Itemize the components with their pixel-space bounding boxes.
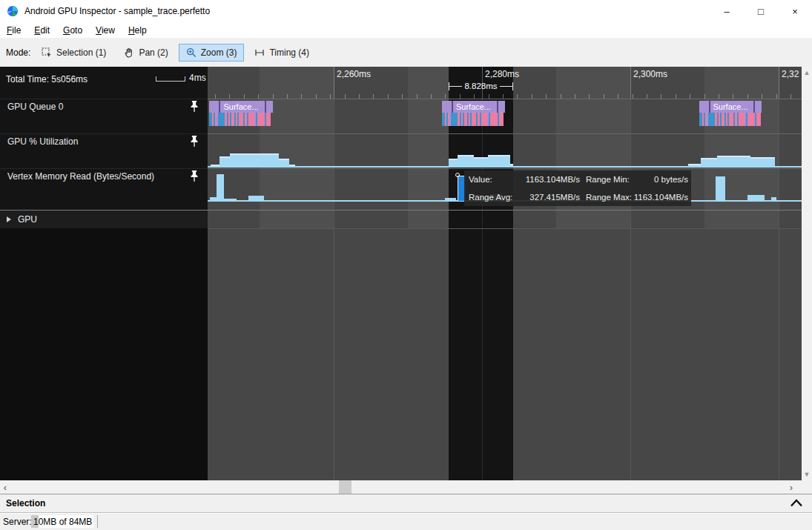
mode-button-label: Zoom (3) xyxy=(201,47,237,58)
selection-panel-title: Selection xyxy=(6,498,45,509)
queue-slice xyxy=(708,113,715,126)
gpu-queue-slice-group[interactable]: Surface... xyxy=(699,101,762,126)
row-separator xyxy=(208,99,802,99)
tooltip-row: Value:1163.104MB/sRange Min:0 bytes/s xyxy=(464,170,691,188)
queue-slice xyxy=(747,113,755,126)
scroll-left-icon[interactable]: ‹ xyxy=(0,480,10,494)
timeline: Total Time: 5s056ms 4ms GPU Queue 0 GPU … xyxy=(0,67,802,480)
mode-button-group: Selection (1)Pan (2)Zoom (3)Timing (4) xyxy=(34,43,320,62)
queue-slice xyxy=(451,113,458,126)
menu-edit[interactable]: Edit xyxy=(27,24,56,37)
queue-slice xyxy=(218,113,225,126)
track-label-vertex-memory[interactable]: Vertex Memory Read (Bytes/Second) xyxy=(7,171,178,182)
mode-button-pan[interactable]: Pan (2) xyxy=(116,44,175,62)
menu-goto[interactable]: Goto xyxy=(56,24,89,37)
row-separator xyxy=(208,168,802,169)
ruler-time-label: 2,280ms xyxy=(485,69,519,79)
mode-button-zoom[interactable]: Zoom (3) xyxy=(179,44,245,62)
row-separator xyxy=(208,210,802,211)
vertical-scrollbar[interactable] xyxy=(802,67,812,480)
scroll-up-icon[interactable]: ▲ xyxy=(802,68,812,77)
timing-mode-icon xyxy=(254,47,265,58)
ruler-time-label: 2,300ms xyxy=(633,69,667,79)
tooltip-label: Range Max: xyxy=(586,193,632,202)
queue-slice xyxy=(739,113,745,126)
mode-label: Mode: xyxy=(6,47,30,58)
memory-usage-text: 10MB of 84MB xyxy=(33,517,92,527)
queue-slice xyxy=(499,113,504,126)
slice-divider xyxy=(753,101,755,113)
close-button[interactable]: × xyxy=(778,0,812,22)
vertex-read-bar xyxy=(248,196,264,201)
tooltip-value: 0 bytes/s xyxy=(654,175,688,184)
vertex-read-bar xyxy=(210,197,217,201)
row-separator xyxy=(208,133,802,134)
track-label-panel: Total Time: 5s056ms 4ms GPU Queue 0 GPU … xyxy=(0,67,208,480)
tooltip-pair: Range Min:0 bytes/s xyxy=(586,175,688,184)
tooltip-value: 327.415MB/s xyxy=(529,193,580,202)
tooltip-pair: Range Max:1163.104MB/s xyxy=(586,193,688,202)
menu-file[interactable]: File xyxy=(0,24,27,37)
group-row-gpu[interactable]: GPU xyxy=(0,211,208,228)
ruler-gridline xyxy=(334,67,334,99)
hover-marker-icon xyxy=(455,173,460,177)
zoom-mode-icon xyxy=(186,47,197,58)
window-title: Android GPU Inspector - sample_trace.per… xyxy=(24,6,210,16)
track-canvas[interactable]: 2,260ms2,280ms2,300ms2,328.828msSurface.… xyxy=(208,67,802,480)
scrollbar-thumb[interactable] xyxy=(339,480,351,494)
pin-icon[interactable] xyxy=(189,135,199,148)
ruler-gridline xyxy=(334,67,334,480)
status-separator xyxy=(97,515,98,528)
chevron-up-icon[interactable] xyxy=(790,499,803,507)
ruler-gridline xyxy=(779,67,779,480)
slice-divider xyxy=(497,101,498,113)
vertex-read-bar xyxy=(224,199,237,201)
track-label-gpu-queue[interactable]: GPU Queue 0 xyxy=(7,102,178,112)
group-label: GPU xyxy=(18,214,37,225)
tooltip-pair: Value:1163.104MB/s xyxy=(469,175,580,184)
menu-view[interactable]: View xyxy=(89,24,122,37)
ruler-time-label: 2,260ms xyxy=(337,69,371,79)
ruler-gridline xyxy=(630,67,631,99)
queue-slice xyxy=(248,113,254,126)
track-label-gpu-utilization[interactable]: GPU % Utilization xyxy=(7,136,178,147)
minimize-button[interactable]: – xyxy=(710,0,744,22)
expand-arrow-icon[interactable] xyxy=(7,216,11,222)
scrollbar-corner xyxy=(802,480,812,494)
maximize-button[interactable]: □ xyxy=(744,0,778,22)
mode-button-label: Pan (2) xyxy=(139,47,168,58)
slice-divider xyxy=(219,101,220,113)
mode-button-timing[interactable]: Timing (4) xyxy=(247,44,317,62)
scroll-right-icon[interactable]: › xyxy=(786,480,796,494)
slice-divider xyxy=(265,101,266,113)
tooltip-label: Value: xyxy=(469,175,492,184)
timeline-band xyxy=(704,67,779,228)
title-bar: Android GPU Inspector - sample_trace.per… xyxy=(0,0,812,22)
tooltip-value: 1163.104MB/s xyxy=(526,175,580,184)
ruler-time-label: 2,32 xyxy=(782,69,799,79)
tooltip-label: Range Min: xyxy=(586,175,630,184)
pin-icon[interactable] xyxy=(189,100,199,113)
total-time-label: Total Time: 5s056ms xyxy=(6,74,88,85)
mode-button-selection[interactable]: Selection (1) xyxy=(34,44,113,62)
utilization-baseline xyxy=(208,166,802,168)
measurement-label: 8.828ms xyxy=(462,82,499,90)
gpu-queue-slice-group[interactable]: Surface... xyxy=(209,101,273,126)
scale-label: 4ms xyxy=(189,73,206,83)
vertex-read-bar xyxy=(716,176,725,201)
queue-slice xyxy=(481,113,487,126)
row-separator xyxy=(208,228,802,229)
gpu-queue-slice-group[interactable]: Surface... xyxy=(442,101,505,126)
mode-button-label: Selection (1) xyxy=(56,47,106,58)
gpu-queue-stripes xyxy=(209,113,273,126)
tooltip-row: Range Avg:327.415MB/sRange Max:1163.104M… xyxy=(464,188,691,206)
vertex-read-bar xyxy=(217,174,224,201)
menu-bar: FileEditGotoViewHelp xyxy=(0,22,812,39)
horizontal-scrollbar[interactable] xyxy=(0,480,802,494)
gpu-queue-stripes xyxy=(699,113,762,126)
scroll-down-icon[interactable]: ▼ xyxy=(802,470,812,479)
pin-icon[interactable] xyxy=(189,170,199,182)
menu-help[interactable]: Help xyxy=(122,24,154,37)
status-bar: Server: 10MB of 84MB xyxy=(0,514,812,530)
slice-divider xyxy=(452,101,453,113)
